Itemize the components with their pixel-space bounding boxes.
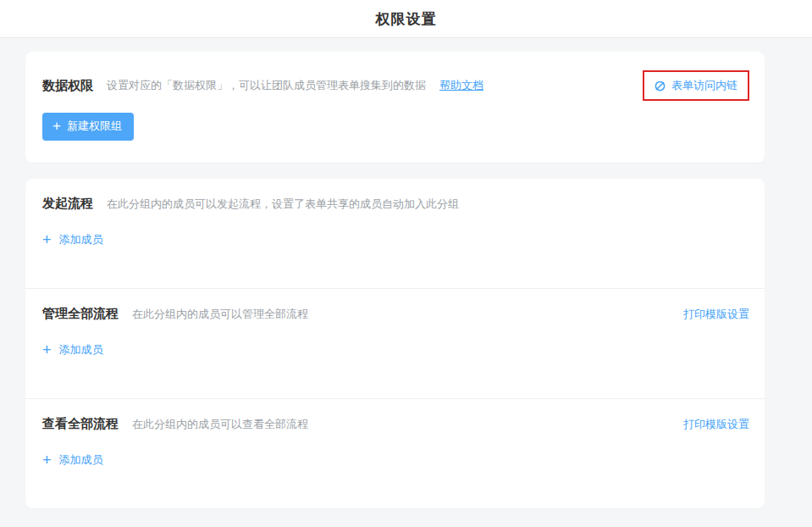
section-title: 发起流程 <box>42 196 93 212</box>
section-view-all-process: 查看全部流程 在此分组内的成员可以查看全部流程 打印模版设置 + 添加成员 <box>25 398 765 508</box>
section-description: 在此分组内的成员可以发起流程，设置了表单共享的成员自动加入此分组 <box>107 197 459 212</box>
add-member-label: 添加成员 <box>59 452 103 468</box>
page-title: 权限设置 <box>376 9 437 29</box>
data-permission-card: 数据权限 设置对应的「数据权限」，可以让团队成员管理表单搜集到的数据 帮助文档 … <box>25 52 765 163</box>
section-header: 查看全部流程 在此分组内的成员可以查看全部流程 打印模版设置 <box>42 416 749 432</box>
section-start-process: 发起流程 在此分组内的成员可以发起流程，设置了表单共享的成员自动加入此分组 + … <box>25 179 765 288</box>
plus-icon: + <box>42 454 52 466</box>
data-permission-title: 数据权限 <box>42 78 93 94</box>
form-access-link-label: 表单访问内链 <box>671 78 737 93</box>
process-permission-card: 发起流程 在此分组内的成员可以发起流程，设置了表单共享的成员自动加入此分组 + … <box>25 179 765 508</box>
plus-icon: + <box>42 234 52 246</box>
section-header: 发起流程 在此分组内的成员可以发起流程，设置了表单共享的成员自动加入此分组 <box>42 196 749 212</box>
add-member-button[interactable]: + 添加成员 <box>42 452 103 468</box>
main-content: 数据权限 设置对应的「数据权限」，可以让团队成员管理表单搜集到的数据 帮助文档 … <box>25 52 765 508</box>
print-template-settings-link[interactable]: 打印模版设置 <box>683 307 749 322</box>
section-description: 在此分组内的成员可以查看全部流程 <box>132 417 308 432</box>
data-permission-header: 数据权限 设置对应的「数据权限」，可以让团队成员管理表单搜集到的数据 帮助文档 … <box>42 75 749 96</box>
section-manage-all-process: 管理全部流程 在此分组内的成员可以管理全部流程 打印模版设置 + 添加成员 <box>25 288 765 398</box>
add-member-label: 添加成员 <box>59 232 103 247</box>
add-member-label: 添加成员 <box>59 342 103 358</box>
section-description: 在此分组内的成员可以管理全部流程 <box>132 307 308 322</box>
new-permission-group-label: 新建权限组 <box>67 119 122 134</box>
section-title: 查看全部流程 <box>42 416 119 432</box>
help-doc-link[interactable]: 帮助文档 <box>439 78 483 93</box>
print-template-settings-link[interactable]: 打印模版设置 <box>683 417 749 432</box>
form-access-link-button[interactable]: 表单访问内链 <box>643 70 749 101</box>
plus-icon: + <box>42 344 52 356</box>
add-member-button[interactable]: + 添加成员 <box>42 232 103 247</box>
add-member-button[interactable]: + 添加成员 <box>42 342 103 358</box>
new-permission-group-button[interactable]: + 新建权限组 <box>42 113 134 141</box>
section-title: 管理全部流程 <box>42 306 119 322</box>
button-row: + 新建权限组 <box>42 113 749 141</box>
plus-icon: + <box>52 120 61 132</box>
section-header: 管理全部流程 在此分组内的成员可以管理全部流程 打印模版设置 <box>42 306 749 322</box>
link-icon <box>654 80 666 92</box>
top-bar: 权限设置 <box>0 0 812 38</box>
data-permission-description: 设置对应的「数据权限」，可以让团队成员管理表单搜集到的数据 <box>107 78 426 93</box>
